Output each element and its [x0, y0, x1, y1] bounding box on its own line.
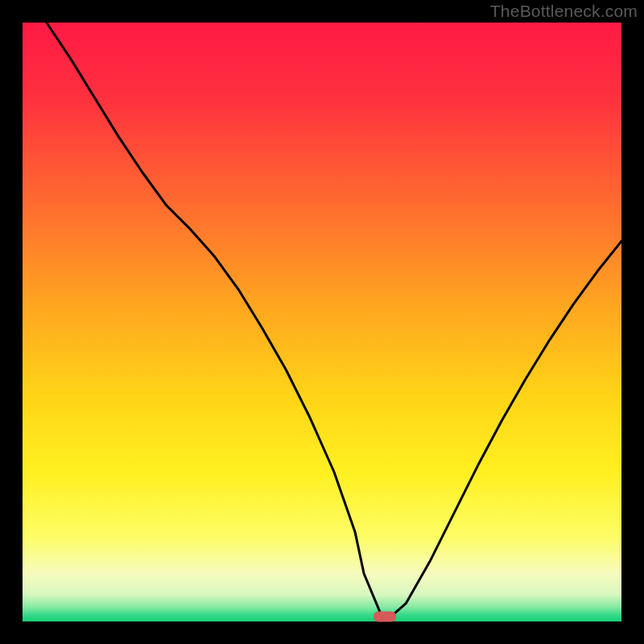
optimum-marker	[374, 612, 396, 622]
chart-frame: TheBottleneck.com	[0, 0, 644, 644]
bottleneck-curve	[23, 23, 621, 621]
plot-area	[23, 23, 621, 621]
watermark-text: TheBottleneck.com	[490, 2, 638, 21]
